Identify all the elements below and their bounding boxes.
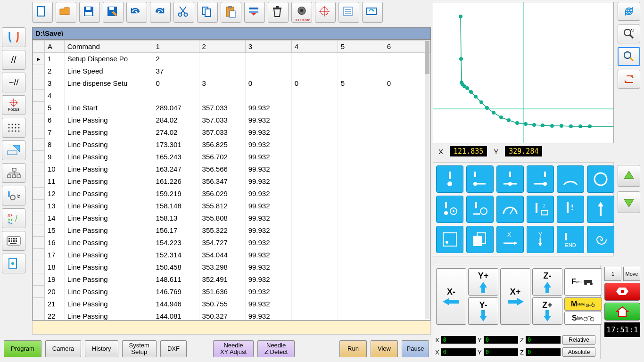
system-setup-tab[interactable]: System Setup <box>122 340 157 357</box>
copy-button[interactable] <box>197 2 218 23</box>
new-file-button[interactable] <box>32 2 53 23</box>
table-row[interactable]: 22 Line Passing 144.081 350.327 99.932 <box>33 310 430 321</box>
speed-fast-button[interactable]: Fast <box>564 268 602 296</box>
cell-command[interactable]: Line Passing <box>64 151 153 163</box>
camera-tab[interactable]: Camera <box>45 340 81 357</box>
relative-button[interactable]: Relative <box>562 335 595 345</box>
cell-4[interactable] <box>291 188 338 200</box>
dxf-tab[interactable]: DXF <box>160 340 187 357</box>
cell-2[interactable]: 356.347 <box>199 175 245 188</box>
cell-5[interactable] <box>338 163 384 175</box>
cell-1[interactable]: 274.02 <box>153 126 199 139</box>
cell-6[interactable] <box>384 163 430 175</box>
flip-button[interactable] <box>618 70 640 89</box>
cell-command[interactable]: Line Passing <box>64 139 153 151</box>
refresh-preview-button[interactable] <box>618 2 640 21</box>
cell-2[interactable]: 356.029 <box>199 188 245 200</box>
cell-5[interactable] <box>338 65 384 77</box>
program-tab[interactable]: Program <box>4 340 41 357</box>
cell-2[interactable]: 350.327 <box>199 310 245 321</box>
parallel-lines-button[interactable]: // <box>2 50 25 70</box>
abs-z-value[interactable]: 0 <box>526 348 561 356</box>
cell-3[interactable]: 99.932 <box>245 310 291 321</box>
table-row[interactable]: 21 Line Passing 144.946 350.755 99.932 <box>33 298 430 310</box>
save-button[interactable] <box>79 2 100 23</box>
table-row[interactable]: 2 Line Speed 37 <box>33 65 430 77</box>
step-1-button[interactable]: 1 <box>604 267 621 281</box>
cell-a[interactable]: 22 <box>45 310 65 321</box>
cell-6[interactable] <box>384 286 430 298</box>
cell-command[interactable]: Line Start <box>64 102 153 114</box>
cell-1[interactable]: 144.081 <box>153 310 199 321</box>
zoom-window-button[interactable] <box>618 47 640 66</box>
cell-2[interactable]: 353.298 <box>199 261 245 273</box>
absolute-button[interactable]: Absolute <box>562 347 595 357</box>
cell-a[interactable]: 8 <box>45 139 65 151</box>
cell-command[interactable] <box>64 90 153 102</box>
cell-6[interactable] <box>384 200 430 212</box>
dispense-z-button[interactable]: Iz <box>2 186 25 206</box>
cell-4[interactable] <box>291 212 338 224</box>
cell-2[interactable]: 355.808 <box>199 212 245 224</box>
cell-6[interactable] <box>384 310 430 321</box>
cell-4[interactable] <box>291 126 338 139</box>
cell-4[interactable] <box>291 175 338 188</box>
cell-6[interactable] <box>384 65 430 77</box>
view-button[interactable]: View <box>371 340 398 357</box>
cell-command[interactable]: Line Passing <box>64 126 153 139</box>
table-row[interactable]: 5 Line Start 289.047 357.033 99.932 <box>33 102 430 114</box>
cell-4[interactable] <box>291 261 338 273</box>
z-clearance-button[interactable]: z <box>527 196 554 223</box>
cell-3[interactable]: 99.932 <box>245 102 291 114</box>
jog-x-plus-button[interactable]: X+ <box>500 268 530 325</box>
cell-6[interactable] <box>384 261 430 273</box>
cell-command[interactable]: Line Passing <box>64 273 153 286</box>
cell-3[interactable]: 99.932 <box>245 286 291 298</box>
table-row[interactable]: 4 <box>33 90 430 102</box>
cell-6[interactable]: 0 <box>384 77 430 90</box>
cell-1[interactable]: 150.458 <box>153 261 199 273</box>
focus-button[interactable]: Focus <box>2 95 25 115</box>
cell-2[interactable]: 356.566 <box>199 163 245 175</box>
cell-command[interactable]: Line Passing <box>64 298 153 310</box>
cell-a[interactable]: 1 <box>45 53 65 65</box>
paste-button[interactable] <box>221 2 241 23</box>
col-header[interactable]: 4 <box>291 41 338 53</box>
table-row[interactable]: 15 Line Passing 156.17 355.322 99.932 <box>33 224 430 237</box>
pause-button[interactable]: Pause <box>402 340 429 357</box>
cell-command[interactable]: Line Passing <box>64 249 153 261</box>
cell-4[interactable] <box>291 65 338 77</box>
cell-5[interactable] <box>338 139 384 151</box>
cell-command[interactable]: Line Passing <box>64 200 153 212</box>
cell-command[interactable]: Line Passing <box>64 237 153 249</box>
cell-1[interactable]: 158.13 <box>153 212 199 224</box>
cell-2[interactable]: 357.033 <box>199 102 245 114</box>
cell-command[interactable]: Line Passing <box>64 114 153 126</box>
list-button[interactable] <box>339 2 359 23</box>
cell-5[interactable] <box>338 212 384 224</box>
hierarchy-button[interactable] <box>2 163 25 183</box>
cell-3[interactable]: 99.932 <box>245 249 291 261</box>
cell-5[interactable] <box>338 53 384 65</box>
cell-a[interactable]: 18 <box>45 261 65 273</box>
cell-4[interactable] <box>291 298 338 310</box>
program-table[interactable]: ACommand123456▸ 1 Setup Dispense Po 2 2 … <box>32 40 431 321</box>
needle-xy-adjust-button[interactable]: Needle XY Adjust <box>213 340 254 357</box>
cell-a[interactable]: 13 <box>45 200 65 212</box>
jog-y-minus-button[interactable]: Y- <box>468 297 498 325</box>
col-header[interactable]: A <box>45 41 65 53</box>
measure-button[interactable] <box>2 140 25 160</box>
cell-3[interactable]: 99.932 <box>245 114 291 126</box>
cell-6[interactable] <box>384 139 430 151</box>
table-row[interactable]: 18 Line Passing 150.458 353.298 99.932 <box>33 261 430 273</box>
cell-3[interactable]: 99.932 <box>245 188 291 200</box>
circle-button[interactable] <box>587 165 614 193</box>
cell-a[interactable]: 2 <box>45 65 65 77</box>
cell-a[interactable]: 9 <box>45 151 65 163</box>
cell-1[interactable]: 146.769 <box>153 286 199 298</box>
speed-button[interactable] <box>496 196 524 223</box>
cell-4[interactable] <box>291 163 338 175</box>
cell-a[interactable]: 14 <box>45 212 65 224</box>
stop-button[interactable] <box>604 283 640 301</box>
cell-1[interactable]: 154.223 <box>153 237 199 249</box>
